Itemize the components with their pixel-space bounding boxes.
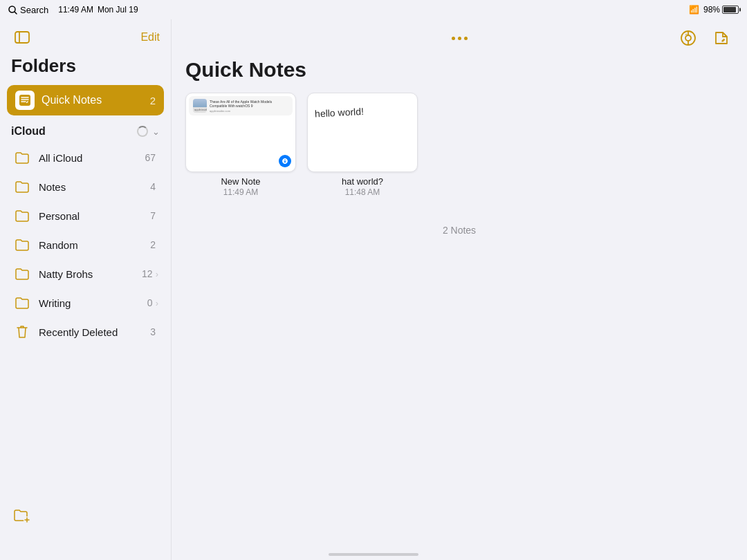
sidebar-bottom (0, 499, 171, 532)
folder-icon (12, 293, 32, 312)
note-thumbnail-hat-world: hello world! (307, 93, 418, 172)
chevron-down-icon[interactable]: ⌄ (152, 127, 160, 137)
status-bar: Search 11:49 AM Mon Jul 19 📶 98% (0, 0, 747, 19)
sidebar: Edit Folders Quick Notes 2 iCloud ⌄ (0, 19, 172, 560)
folder-label-personal: Personal (39, 210, 150, 222)
svg-rect-4 (19, 95, 30, 106)
link-badge-icon (279, 155, 291, 167)
note-card-hat-world[interactable]: hello world! hat world? 11:48 AM (307, 93, 418, 197)
folder-icon (12, 148, 32, 167)
loading-spinner (137, 126, 148, 137)
icloud-title: iCloud (11, 125, 46, 138)
search-icon (8, 6, 17, 15)
handwriting-content: hello world! (307, 96, 418, 127)
search-label: Search (20, 5, 48, 15)
chevron-right-icon: › (156, 269, 158, 279)
compose-icon (713, 30, 730, 46)
link-icon: appleinsider (193, 99, 207, 113)
folder-icon (12, 206, 32, 225)
sidebar-item-natty-brohs[interactable]: Natty Brohs 12 › (7, 259, 164, 288)
sidebar-item-personal[interactable]: Personal 7 (7, 201, 164, 230)
shared-notes-button[interactable] (676, 26, 700, 50)
edit-button[interactable]: Edit (140, 31, 160, 44)
notes-grid: appleinsider These Are All of the Apple … (172, 93, 747, 197)
icloud-controls: ⌄ (137, 126, 160, 137)
icloud-section: iCloud ⌄ (0, 117, 171, 143)
status-left: Search 11:49 AM Mon Jul 19 (8, 5, 138, 15)
folder-label-random: Random (39, 239, 150, 251)
quick-notes-count: 2 (150, 95, 156, 106)
folder-icon (12, 264, 32, 283)
folder-count-random: 2 (150, 239, 156, 250)
svg-rect-2 (15, 32, 29, 43)
status-date: Mon Jul 19 (98, 5, 138, 15)
home-indicator (329, 553, 418, 556)
new-note-button[interactable] (710, 26, 733, 50)
trash-icon (12, 322, 32, 342)
page-title: Quick Notes (172, 55, 747, 93)
sidebar-toggle-button[interactable] (11, 26, 33, 48)
status-time: 11:49 AM (58, 5, 93, 15)
svg-line-1 (15, 12, 17, 14)
wifi-icon: 📶 (689, 5, 699, 15)
svg-point-9 (685, 35, 691, 41)
sidebar-item-recently-deleted[interactable]: Recently Deleted 3 (7, 317, 164, 346)
folder-count-notes: 4 (150, 181, 156, 192)
folder-count-all-icloud: 67 (145, 152, 156, 163)
sidebar-item-notes[interactable]: Notes 4 (7, 172, 164, 201)
quick-notes-label: Quick Notes (42, 94, 150, 106)
note-time-new-note: 11:49 AM (223, 187, 259, 197)
header-right (468, 26, 734, 50)
battery-percent: 98% (703, 5, 720, 15)
note-title-new-note: New Note (221, 176, 260, 187)
sidebar-item-all-icloud[interactable]: All iCloud 67 (7, 143, 164, 172)
chevron-right-icon: › (156, 298, 158, 308)
folder-icon (12, 177, 32, 196)
link-title: These Are All of the Apple Watch Models … (210, 100, 288, 109)
battery-icon (722, 6, 739, 14)
folder-label-recently-deleted: Recently Deleted (39, 326, 150, 338)
folder-label-writing: Writing (39, 297, 147, 309)
folder-label-notes: Notes (39, 181, 150, 193)
folder-label-natty-brohs: Natty Brohs (39, 268, 142, 280)
note-thumbnail-new-note: appleinsider These Are All of the Apple … (185, 93, 296, 172)
folder-list: All iCloud 67 Notes 4 (0, 143, 171, 346)
add-folder-button[interactable] (11, 505, 33, 527)
battery-indicator: 98% (703, 5, 739, 15)
folders-title: Folders (0, 53, 171, 84)
more-options-button[interactable] (452, 37, 468, 40)
shared-notes-icon (680, 30, 697, 46)
folder-count-writing: 0 (147, 297, 153, 308)
note-title-hat-world: hat world? (342, 176, 383, 187)
link-preview: appleinsider These Are All of the Apple … (189, 96, 293, 115)
main-header (172, 19, 747, 55)
folder-count-personal: 7 (150, 210, 156, 221)
folder-count-natty-brohs: 12 (142, 268, 153, 279)
note-time-hat-world: 11:48 AM (345, 187, 380, 197)
notes-count-label: 2 Notes (172, 225, 747, 236)
search-status[interactable]: Search (8, 5, 48, 15)
header-right-buttons (676, 26, 733, 50)
folder-icon (12, 235, 32, 254)
sidebar-item-random[interactable]: Random 2 (7, 230, 164, 259)
sidebar-item-writing[interactable]: Writing 0 › (7, 288, 164, 317)
status-right: 📶 98% (689, 5, 739, 15)
quick-notes-icon (15, 91, 35, 110)
folder-label-all-icloud: All iCloud (39, 152, 145, 164)
sidebar-header: Edit (0, 19, 171, 53)
folder-count-recently-deleted: 3 (150, 326, 156, 337)
note-card-new-note[interactable]: appleinsider These Are All of the Apple … (185, 93, 296, 197)
sidebar-toggle-icon (15, 30, 30, 45)
link-domain: appleinsider.com (210, 109, 288, 113)
sidebar-item-quick-notes[interactable]: Quick Notes 2 (7, 85, 164, 115)
icloud-header: iCloud ⌄ (11, 125, 160, 138)
main-content: Quick Notes appleinsider These Are All o… (172, 19, 747, 560)
app-container: Edit Folders Quick Notes 2 iCloud ⌄ (0, 19, 747, 560)
